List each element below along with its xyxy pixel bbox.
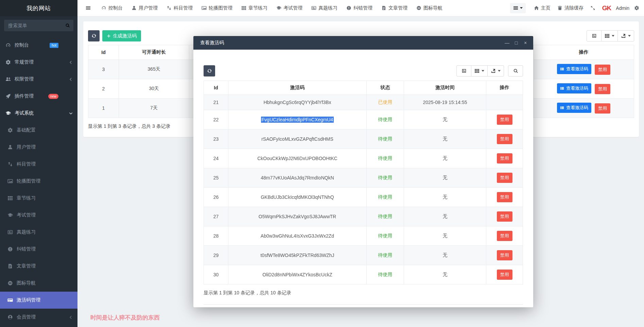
sidebar-subitem-navcircle[interactable]: 图标导航 bbox=[0, 275, 77, 292]
clear-cache-link[interactable]: 清除缓存 bbox=[554, 0, 587, 16]
hamburger-icon bbox=[86, 5, 91, 11]
chevron-icon bbox=[69, 230, 73, 234]
disable-button[interactable]: 禁用 bbox=[497, 250, 512, 260]
sidebar-subitem-grid[interactable]: 章节练习 bbox=[0, 190, 77, 207]
search-icon bbox=[65, 23, 70, 28]
chevron-icon bbox=[69, 128, 73, 132]
list-icon bbox=[560, 106, 564, 110]
nav-item-navcircle[interactable]: 图标导航 bbox=[412, 0, 447, 16]
sidebar-item-gradcap[interactable]: 考试系统 bbox=[0, 105, 77, 122]
status-badge: 待使用 bbox=[378, 175, 393, 180]
nav-item-gauge[interactable]: 控制台 bbox=[97, 0, 127, 16]
activation-code-row: 21 HbhukgnCgSc6rqQYYjb4lYf3Bx 已使用 2025-0… bbox=[204, 95, 523, 110]
disable-button[interactable]: 禁用 bbox=[497, 134, 512, 144]
chevron-icon bbox=[69, 247, 73, 251]
sidebar-subitem-file[interactable]: 文章管理 bbox=[0, 258, 77, 275]
nav-item-subject[interactable]: 科目管理 bbox=[162, 0, 197, 16]
nav-item-gradcap[interactable]: 考试管理 bbox=[272, 0, 307, 16]
app-brand: 我的网站 bbox=[0, 0, 77, 16]
col-id: Id bbox=[204, 81, 228, 95]
view-codes-button[interactable]: 查看激活码 bbox=[557, 103, 591, 113]
col-code: 激活码 bbox=[228, 81, 367, 95]
status-badge: 待使用 bbox=[378, 136, 393, 141]
disable-button[interactable]: 禁用 bbox=[497, 173, 512, 183]
list-icon bbox=[513, 5, 518, 11]
minimize-icon[interactable] bbox=[505, 40, 509, 45]
sidebar-subitem-subject[interactable]: 科目管理 bbox=[0, 156, 77, 173]
settings-gear-icon[interactable] bbox=[633, 0, 641, 16]
modal-body: Id 激活码 状态 激活时间 操作 21 HbhukgnCgSc6rqQYYjb… bbox=[193, 50, 533, 305]
nav-item-user[interactable]: 用户管理 bbox=[127, 0, 162, 16]
nav-item-image[interactable]: 轮播图管理 bbox=[197, 0, 237, 16]
detail-view-button[interactable] bbox=[456, 65, 471, 76]
disable-button[interactable]: 禁用 bbox=[497, 115, 512, 125]
sidebar-subitem-image[interactable]: 轮播图管理 bbox=[0, 173, 77, 190]
chevron-icon bbox=[69, 145, 73, 149]
gauge-icon bbox=[101, 5, 106, 11]
chevron-icon bbox=[69, 162, 73, 166]
image-icon bbox=[202, 5, 207, 11]
modal-refresh-button[interactable] bbox=[204, 65, 215, 76]
gauge-icon bbox=[5, 42, 11, 48]
disable-button[interactable]: 禁用 bbox=[497, 211, 512, 222]
navbar: 控制台 用户管理 科目管理 轮播图管理 章节练习 考试管理 真题练习 纠错管理 … bbox=[77, 0, 644, 16]
sidebar-subitem-newspaper[interactable]: 真题练习 bbox=[0, 224, 77, 241]
sidebar-toggle-button[interactable] bbox=[82, 3, 94, 13]
newspaper-icon bbox=[7, 229, 13, 235]
view-codes-button[interactable]: 查看激活码 bbox=[557, 83, 591, 93]
nav-item-exclam[interactable]: 纠错管理 bbox=[342, 0, 377, 16]
close-icon[interactable] bbox=[523, 40, 528, 45]
view-codes-button[interactable]: 查看激活码 bbox=[557, 64, 591, 74]
list-dropdown-button[interactable] bbox=[510, 3, 526, 13]
activation-codes-table: Id 激活码 状态 激活时间 操作 21 HbhukgnCgSc6rqQYYjb… bbox=[204, 81, 523, 285]
disable-button[interactable]: 禁用 bbox=[497, 270, 512, 280]
col-time: 激活时间 bbox=[404, 81, 486, 95]
columns-button[interactable] bbox=[471, 65, 488, 76]
sidebar-item-gauge[interactable]: 控制台 hot bbox=[0, 37, 77, 54]
activation-code: CkOouCKkWpJ2N6DxUPOBOOHtKC bbox=[257, 156, 337, 161]
sidebar-item-users[interactable]: 权限管理 bbox=[0, 71, 77, 88]
col-duration: 可开通时长 bbox=[119, 45, 189, 60]
disable-button[interactable]: 禁用 bbox=[595, 103, 610, 114]
sidebar-subitem-gear[interactable]: 基础配置 bbox=[0, 122, 77, 139]
modal-header[interactable]: 查看激活码 bbox=[193, 36, 533, 50]
sidebar-subitem-gradcap[interactable]: 考试管理 bbox=[0, 207, 77, 224]
disable-button[interactable]: 禁用 bbox=[595, 65, 610, 75]
disable-button[interactable]: 禁用 bbox=[497, 192, 512, 202]
sidebar-subitem-card[interactable]: 激活码管理 bbox=[0, 292, 77, 309]
refresh-button[interactable] bbox=[88, 30, 100, 41]
status-badge: 已使用 bbox=[378, 99, 393, 105]
generate-codes-button[interactable]: 生成激活码 bbox=[102, 30, 141, 41]
maximize-icon[interactable] bbox=[514, 40, 519, 45]
menu-search-input[interactable] bbox=[4, 20, 73, 31]
export-button[interactable] bbox=[617, 30, 634, 41]
gradcap-icon bbox=[7, 212, 13, 218]
sidebar-item-gear[interactable]: 常规管理 bbox=[0, 54, 77, 71]
modal-record-summary: 显示第 1 到第 10 条记录，总共 10 条记录 bbox=[204, 290, 523, 296]
topbar: 我的网站 控制台 用户管理 科目管理 轮播图管理 章节练习 考试管理 真题练习 … bbox=[0, 0, 644, 16]
sidebar-subitem-exclam[interactable]: 纠错管理 bbox=[0, 241, 77, 258]
export-button[interactable] bbox=[487, 65, 504, 76]
view-activation-codes-modal: 查看激活码 Id 激活码 状态 激活时间 bbox=[193, 36, 533, 307]
search-button[interactable] bbox=[508, 65, 523, 76]
nav-item-file[interactable]: 文章管理 bbox=[377, 0, 412, 16]
disable-button[interactable]: 禁用 bbox=[595, 84, 610, 94]
sidebar-subitem-user[interactable]: 用户管理 bbox=[0, 139, 77, 156]
sidebar-item-rocket[interactable]: 插件管理 new bbox=[0, 88, 77, 105]
home-link[interactable]: 主页 bbox=[530, 0, 554, 16]
col-status: 状态 bbox=[367, 81, 404, 95]
nav-item-grid[interactable]: 章节练习 bbox=[237, 0, 272, 16]
user-menu[interactable]: Admin bbox=[612, 0, 633, 16]
list-icon bbox=[560, 86, 564, 90]
search-icon bbox=[513, 68, 518, 73]
sidebar-subitem-usercircle[interactable]: 会员管理 bbox=[0, 309, 77, 326]
gk-logo: GK bbox=[599, 4, 613, 12]
fullscreen-button[interactable] bbox=[587, 0, 599, 16]
disable-button[interactable]: 禁用 bbox=[497, 231, 512, 241]
nav-item-newspaper[interactable]: 真题练习 bbox=[307, 0, 342, 16]
detail-view-button[interactable] bbox=[587, 30, 602, 41]
disable-button[interactable]: 禁用 bbox=[497, 153, 512, 164]
columns-button[interactable] bbox=[601, 30, 618, 41]
activation-code-row: 22 FvgUCzleaHdimdlpPFnCXegmU4 待使用 无 禁用 bbox=[204, 110, 523, 130]
trash-icon bbox=[557, 5, 562, 11]
